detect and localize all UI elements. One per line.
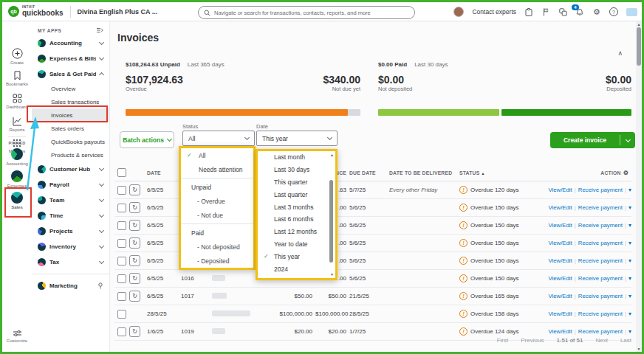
sidebar-item-time[interactable]: Time	[32, 208, 109, 223]
vertical-scrollbar[interactable]: ▲ ▼	[636, 21, 642, 352]
more-actions-caret[interactable]: ▾	[628, 328, 631, 335]
more-actions-caret[interactable]: ▾	[628, 310, 631, 317]
status-header[interactable]: STATUS▲	[459, 170, 542, 176]
create-invoice-dropdown[interactable]	[620, 132, 635, 148]
menu-item-this-year[interactable]: ✓This year	[258, 250, 335, 263]
row-checkbox[interactable]	[117, 239, 126, 248]
scroll-up-icon[interactable]: ▲	[330, 153, 334, 157]
sidebar-item-quickbooks-payouts[interactable]: QuickBooks payouts	[32, 135, 109, 148]
sidebar-item-customer-hub[interactable]: Customer Hub	[32, 162, 109, 177]
menu-item-2024[interactable]: 2024	[258, 263, 335, 275]
menu-item-not-due[interactable]: - Not due	[181, 208, 253, 222]
sidebar-item-accounting[interactable]: Accounting	[32, 35, 109, 51]
menu-item-deposited[interactable]: - Deposited	[181, 254, 253, 268]
rail-customize[interactable]: Customize	[2, 330, 32, 343]
row-checkbox[interactable]	[117, 327, 126, 336]
receive-payment-link[interactable]: Receive payment	[578, 222, 623, 229]
pagination-next[interactable]: Next	[595, 337, 607, 344]
receive-payment-link[interactable]: Receive payment	[578, 187, 623, 193]
menu-item-last-3-months[interactable]: Last 3 months	[258, 201, 335, 213]
gear-icon[interactable]: ⚙	[623, 170, 628, 176]
date-filter-select[interactable]: This year	[256, 131, 338, 146]
receive-payment-link[interactable]: Receive payment	[578, 275, 623, 282]
gear-icon[interactable]: ⚙	[592, 7, 601, 16]
row-checkbox[interactable]	[117, 310, 126, 319]
not-due-bar[interactable]	[348, 109, 360, 116]
profile-tile[interactable]	[626, 8, 637, 16]
sidebar-item-inventory[interactable]: Inventory	[32, 239, 109, 254]
more-actions-caret[interactable]: ▾	[628, 275, 631, 282]
view-edit-link[interactable]: View/Edit	[548, 293, 572, 299]
help-icon[interactable]: ?	[609, 7, 618, 16]
scrollbar-thumb[interactable]	[329, 180, 333, 263]
sidebar-item-sales-get-paid[interactable]: Sales & Get Paid	[32, 66, 109, 82]
menu-item-this-quarter[interactable]: This quarter	[258, 176, 335, 189]
menu-item-overdue[interactable]: - Overdue	[181, 194, 253, 208]
pagination-first[interactable]: First	[497, 337, 509, 344]
deposited-amount-block[interactable]: $0.00 Deposited	[606, 74, 631, 92]
scroll-down-icon[interactable]: ▼	[330, 272, 334, 277]
row-checkbox[interactable]	[117, 186, 126, 195]
receive-payment-link[interactable]: Receive payment	[578, 328, 623, 335]
pagination-last[interactable]: Last	[620, 337, 631, 344]
more-actions-caret[interactable]: ▾	[628, 187, 631, 193]
not-due-amount-block[interactable]: $340.00 Not due yet	[323, 74, 360, 92]
collapse-summary-icon[interactable]: ∧	[617, 49, 623, 57]
scrollbar-thumb[interactable]	[637, 27, 641, 66]
select-all-checkbox[interactable]	[117, 168, 126, 177]
row-checkbox[interactable]	[117, 274, 126, 283]
menu-item-last-12-months[interactable]: Last 12 months	[258, 226, 335, 238]
tasks-icon[interactable]	[524, 7, 533, 16]
deposited-bar[interactable]	[501, 109, 631, 116]
menu-item-last-30-days[interactable]: Last 30 days	[258, 164, 335, 176]
sidebar-item-projects[interactable]: Projects	[32, 223, 109, 239]
rail-bookmarks[interactable]: Bookmarks	[2, 71, 32, 86]
flag-icon[interactable]	[541, 7, 550, 16]
sidebar-item-sales-orders[interactable]: Sales orders	[32, 122, 109, 135]
apps-icon[interactable]	[558, 7, 567, 16]
more-actions-caret[interactable]: ▾	[628, 293, 631, 299]
receive-payment-link[interactable]: Receive payment	[578, 240, 623, 246]
rail-create[interactable]: Create	[2, 48, 32, 65]
menu-item-paid[interactable]: Paid	[181, 226, 253, 240]
global-search-input[interactable]: Navigate or search for transactions, con…	[198, 6, 415, 19]
scroll-up-icon[interactable]: ▲	[636, 22, 642, 27]
more-actions-caret[interactable]: ▾	[628, 240, 631, 246]
sidebar-item-overview[interactable]: Overview	[32, 82, 109, 95]
view-edit-link[interactable]: View/Edit	[548, 240, 572, 246]
sidebar-item-expenses-bills[interactable]: Expenses & Bills	[32, 51, 109, 66]
receive-payment-link[interactable]: Receive payment	[578, 257, 623, 264]
not-deposited-amount-block[interactable]: $0.00 Not deposited	[378, 74, 412, 92]
menu-item-last-month[interactable]: Last month	[258, 151, 335, 164]
view-edit-link[interactable]: View/Edit	[548, 187, 572, 193]
view-edit-link[interactable]: View/Edit	[548, 310, 572, 317]
company-name[interactable]: Divina English Plus CA ...	[78, 8, 158, 15]
receive-payment-link[interactable]: Receive payment	[578, 310, 623, 317]
menu-scrollbar[interactable]: ▲ ▼	[328, 152, 335, 277]
row-checkbox[interactable]	[117, 292, 126, 301]
notifications-icon[interactable]: 4	[575, 7, 584, 16]
batch-actions-button[interactable]: Batch actions	[120, 131, 174, 148]
overdue-amount-block[interactable]: $107,924.63 Overdue	[126, 74, 183, 92]
menu-item-not-deposited[interactable]: - Not deposited	[181, 240, 253, 254]
row-checkbox[interactable]	[117, 204, 126, 212]
status-filter-select[interactable]: All	[182, 131, 255, 146]
menu-item-year-to-date[interactable]: Year to date	[258, 238, 335, 251]
sidebar-item-team[interactable]: Team	[32, 192, 109, 208]
scroll-down-icon[interactable]: ▼	[636, 347, 642, 351]
contact-experts-link[interactable]: Contact experts	[472, 8, 516, 15]
view-edit-link[interactable]: View/Edit	[548, 275, 572, 282]
receive-payment-link[interactable]: Receive payment	[578, 204, 623, 211]
pagination-previous[interactable]: Previous	[521, 337, 544, 344]
more-actions-caret[interactable]: ▾	[628, 204, 631, 211]
view-edit-link[interactable]: View/Edit	[548, 222, 572, 229]
expert-avatar[interactable]	[453, 7, 464, 17]
sidebar-item-marketing[interactable]: Marketing	[32, 278, 109, 294]
view-edit-link[interactable]: View/Edit	[548, 204, 572, 211]
row-checkbox[interactable]	[117, 257, 126, 266]
receive-payment-link[interactable]: Receive payment	[578, 293, 623, 299]
create-invoice-button[interactable]: Create invoice	[550, 132, 635, 148]
view-edit-link[interactable]: View/Edit	[548, 328, 572, 335]
menu-item-last-6-months[interactable]: Last 6 months	[258, 213, 335, 226]
collapse-sidebar-icon[interactable]	[96, 27, 103, 33]
